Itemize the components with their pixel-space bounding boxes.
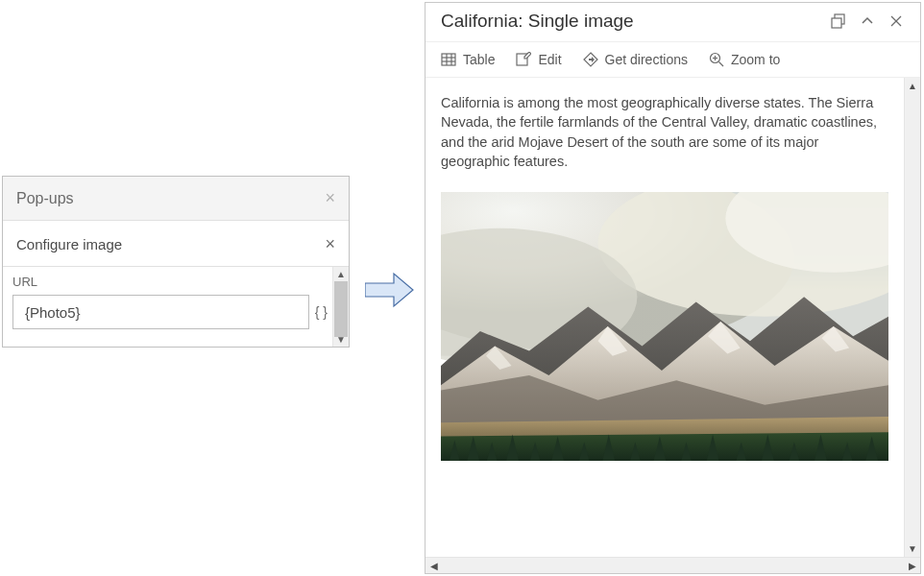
edit-icon [516,52,531,67]
url-label: URL [12,275,328,289]
popups-panel: Pop-ups × Configure image × ▲ ▼ URL { } [2,176,350,348]
configure-image-header: Configure image × [3,221,349,267]
directions-button[interactable]: Get directions [583,52,688,67]
popup-toolbar: Table Edit Get directions Zoom to [426,42,920,78]
close-icon[interactable]: × [325,188,335,208]
collapse-icon[interactable] [859,12,876,30]
edit-label: Edit [538,52,561,67]
svg-rect-1 [832,18,841,28]
popups-header: Pop-ups × [3,177,349,221]
close-icon[interactable]: × [325,234,335,254]
insert-field-button[interactable]: { } [315,304,328,320]
scroll-down-icon[interactable]: ▼ [905,540,920,557]
dock-icon[interactable] [830,12,847,30]
edit-button[interactable]: Edit [516,52,561,67]
url-input[interactable] [12,295,309,329]
scrollbar-vertical[interactable]: ▲ ▼ [904,78,920,557]
popup-image [441,192,888,461]
zoom-button[interactable]: Zoom to [709,52,780,67]
popup-header: California: Single image [426,3,920,42]
arrow-icon [365,272,414,308]
scroll-left-icon[interactable]: ◀ [426,558,442,573]
popup-description: California is among the most geographica… [441,93,888,171]
directions-label: Get directions [605,52,688,67]
zoom-icon [709,52,724,67]
popup-window: California: Single image Table [425,2,921,574]
zoom-label: Zoom to [731,52,780,67]
close-icon[interactable] [888,12,905,30]
scrollbar-thumb[interactable] [334,281,348,337]
popup-body-wrap: California is among the most geographica… [426,78,920,573]
url-area: ▲ ▼ URL { } [3,267,349,347]
popups-title: Pop-ups [16,190,74,207]
scroll-right-icon[interactable]: ▶ [904,558,920,573]
svg-line-11 [718,62,723,67]
scroll-up-icon[interactable]: ▲ [905,78,920,94]
table-icon [441,52,456,67]
scroll-up-icon[interactable]: ▲ [333,267,349,281]
scrollbar-vertical[interactable]: ▲ ▼ [332,267,349,347]
table-button[interactable]: Table [441,52,495,67]
scroll-down-icon[interactable]: ▼ [333,332,349,347]
popup-title: California: Single image [441,11,818,32]
svg-rect-4 [442,54,455,65]
popup-body: California is among the most geographica… [426,78,904,557]
table-label: Table [463,52,495,67]
configure-image-title: Configure image [16,236,122,252]
scrollbar-horizontal[interactable]: ◀ ▶ [426,557,920,573]
directions-icon [583,52,598,67]
